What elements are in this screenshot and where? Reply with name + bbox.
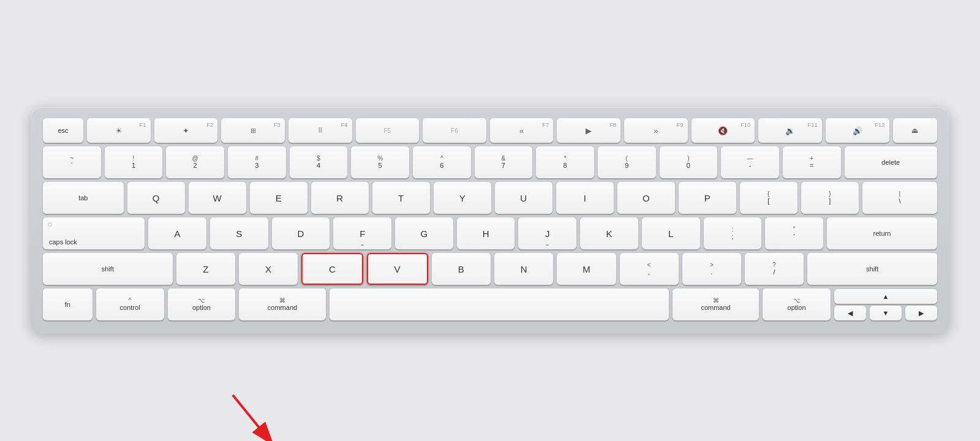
semicolon-key[interactable]: : ; xyxy=(704,217,762,249)
right-command-key[interactable]: ⌘ command xyxy=(673,288,759,320)
f2-key[interactable]: ✦ F2 xyxy=(154,118,218,143)
3-key[interactable]: # 3 xyxy=(228,146,286,178)
j-home-indicator xyxy=(546,244,549,246)
tab-key[interactable]: tab xyxy=(43,182,124,214)
open-bracket-key[interactable]: { [ xyxy=(740,182,797,214)
a-key[interactable]: A xyxy=(148,217,206,249)
space-key[interactable] xyxy=(330,288,669,320)
bottom-row: fn ^ control ⌥ option ⌘ command ⌘ comman… xyxy=(43,288,937,320)
keyboard-wrapper: esc ☀ F1 ✦ F2 ⊞ F3 ⠿ F4 F5 F6 xyxy=(31,107,949,334)
s-key[interactable]: S xyxy=(210,217,268,249)
t-key[interactable]: T xyxy=(372,182,430,214)
backslash-key[interactable]: | \ xyxy=(862,182,937,214)
i-key[interactable]: I xyxy=(556,182,614,214)
x-key[interactable]: X xyxy=(239,253,298,285)
red-arrow-indicator xyxy=(221,389,294,441)
minus-key[interactable]: — - xyxy=(721,146,779,178)
fn-key[interactable]: fn xyxy=(43,288,92,320)
f1-key[interactable]: ☀ F1 xyxy=(87,118,151,143)
o-key[interactable]: O xyxy=(617,182,675,214)
f12-key[interactable]: 🔊 F12 xyxy=(826,118,889,143)
f5-key[interactable]: F5 xyxy=(356,118,420,143)
keyboard: esc ☀ F1 ✦ F2 ⊞ F3 ⠿ F4 F5 F6 xyxy=(31,107,949,334)
arrow-right-key[interactable]: ▶ xyxy=(905,306,937,320)
left-shift-key[interactable]: shift xyxy=(43,253,173,285)
delete-key[interactable]: delete xyxy=(845,146,937,178)
k-key[interactable]: K xyxy=(580,217,638,249)
f10-key[interactable]: 🔇 F10 xyxy=(692,118,755,143)
comma-key[interactable]: < , xyxy=(620,253,679,285)
f-home-indicator xyxy=(361,244,364,246)
g-key[interactable]: G xyxy=(395,217,453,249)
arrow-up-key[interactable]: ▲ xyxy=(834,289,937,304)
v-key[interactable]: V xyxy=(367,253,428,285)
p-key[interactable]: P xyxy=(679,182,736,214)
right-shift-key[interactable]: shift xyxy=(807,253,937,285)
6-key[interactable]: ^ 6 xyxy=(413,146,471,178)
right-option-key[interactable]: ⌥ option xyxy=(763,288,831,320)
eject-key[interactable]: ⏏ xyxy=(893,118,938,143)
f4-key[interactable]: ⠿ F4 xyxy=(288,118,352,143)
f6-key[interactable]: F6 xyxy=(423,118,486,143)
d-key[interactable]: D xyxy=(272,217,330,249)
n-key[interactable]: N xyxy=(494,253,553,285)
y-key[interactable]: Y xyxy=(434,182,491,214)
b-key[interactable]: B xyxy=(432,253,491,285)
close-bracket-key[interactable]: } ] xyxy=(801,182,859,214)
c-key[interactable]: C xyxy=(301,253,363,285)
zxcv-row: shift Z X C V B N M < , > . ? / shift xyxy=(43,253,937,285)
e-key[interactable]: E xyxy=(250,182,307,214)
left-option-key[interactable]: ⌥ option xyxy=(168,288,236,320)
8-key[interactable]: * 8 xyxy=(536,146,594,178)
backtick-key[interactable]: ~ ` xyxy=(43,146,101,178)
1-key[interactable]: ! 1 xyxy=(105,146,163,178)
period-key[interactable]: > . xyxy=(682,253,741,285)
arrow-left-key[interactable]: ◀ xyxy=(834,306,866,320)
slash-key[interactable]: ? / xyxy=(745,253,804,285)
asdf-row: caps lock A S D F G H J K L : ; " ' xyxy=(43,217,937,249)
z-key[interactable]: Z xyxy=(176,253,235,285)
function-row: esc ☀ F1 ✦ F2 ⊞ F3 ⠿ F4 F5 F6 xyxy=(43,118,937,143)
f9-key[interactable]: » F9 xyxy=(624,118,688,143)
number-row: ~ ` ! 1 @ 2 # 3 $ 4 % 5 xyxy=(43,146,937,178)
arrow-keys-group: ▲ ◀ ▼ ▶ xyxy=(834,289,937,320)
4-key[interactable]: $ 4 xyxy=(290,146,348,178)
q-key[interactable]: Q xyxy=(127,182,185,214)
control-key[interactable]: ^ control xyxy=(96,288,164,320)
f11-key[interactable]: 🔉 F11 xyxy=(758,118,822,143)
return-key[interactable]: return xyxy=(827,217,937,249)
h-key[interactable]: H xyxy=(457,217,515,249)
5-key[interactable]: % 5 xyxy=(351,146,409,178)
u-key[interactable]: U xyxy=(495,182,552,214)
l-key[interactable]: L xyxy=(642,217,700,249)
qwerty-row: tab Q W E R T Y U I O P { [ } ] | \ xyxy=(43,182,937,214)
0-key[interactable]: ) 0 xyxy=(660,146,718,178)
left-command-key[interactable]: ⌘ command xyxy=(239,288,325,320)
caps-lock-indicator xyxy=(48,222,52,227)
r-key[interactable]: R xyxy=(311,182,369,214)
esc-key[interactable]: esc xyxy=(43,118,83,143)
f3-key[interactable]: ⊞ F3 xyxy=(221,118,285,143)
f-key[interactable]: F xyxy=(333,217,391,249)
quote-key[interactable]: " ' xyxy=(765,217,823,249)
f8-key[interactable]: ▶ F8 xyxy=(557,118,620,143)
w-key[interactable]: W xyxy=(189,182,246,214)
equals-key[interactable]: + = xyxy=(783,146,841,178)
arrow-down-key[interactable]: ▼ xyxy=(870,306,902,320)
caps-lock-key[interactable]: caps lock xyxy=(43,217,145,249)
2-key[interactable]: @ 2 xyxy=(166,146,224,178)
svg-line-1 xyxy=(233,395,273,441)
7-key[interactable]: & 7 xyxy=(475,146,533,178)
f7-key[interactable]: « F7 xyxy=(490,118,554,143)
m-key[interactable]: M xyxy=(557,253,616,285)
9-key[interactable]: ( 9 xyxy=(598,146,656,178)
j-key[interactable]: J xyxy=(518,217,576,249)
